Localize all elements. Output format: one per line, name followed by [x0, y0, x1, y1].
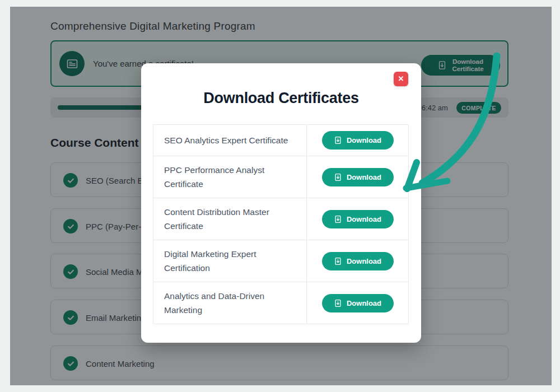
download-document-icon — [334, 257, 342, 265]
download-button-label: Download — [347, 299, 381, 307]
certificates-table: SEO Analytics Expert Certificate Downloa… — [153, 124, 409, 324]
download-button-label: Download — [347, 136, 381, 144]
certificate-row: Analytics and Data-Driven Marketing Down… — [153, 282, 408, 324]
download-button[interactable]: Download — [322, 131, 394, 150]
download-button-label: Download — [347, 215, 381, 223]
download-button-label: Download — [347, 173, 381, 181]
certificate-row: SEO Analytics Expert Certificate Downloa… — [153, 125, 408, 156]
close-icon[interactable]: ✕ — [394, 72, 408, 86]
certificate-row: Content Distribution Master Certificate … — [153, 198, 408, 240]
certificate-row: PPC Performance Analyst Certificate Down… — [153, 156, 408, 198]
download-button-label: Download — [347, 257, 381, 265]
download-document-icon — [334, 299, 342, 307]
certificate-name: PPC Performance Analyst Certificate — [153, 156, 307, 198]
download-certificates-modal: ✕ Download Certificates SEO Analytics Ex… — [141, 63, 421, 343]
download-button[interactable]: Download — [322, 252, 394, 270]
certificate-name: SEO Analytics Expert Certificate — [153, 125, 307, 156]
modal-title: Download Certificates — [141, 90, 421, 107]
download-document-icon — [334, 215, 342, 223]
download-document-icon — [334, 136, 342, 144]
certificate-name: Digital Marketing Expert Certification — [153, 240, 307, 282]
download-button[interactable]: Download — [322, 168, 394, 186]
screen: Comprehensive Digital Marketing Program … — [0, 0, 560, 392]
certificate-name: Content Distribution Master Certificate — [153, 198, 307, 240]
download-button[interactable]: Download — [322, 294, 394, 312]
download-button[interactable]: Download — [322, 210, 394, 228]
certificate-name: Analytics and Data-Driven Marketing — [153, 282, 307, 324]
certificate-row: Digital Marketing Expert Certification D… — [153, 240, 408, 282]
download-document-icon — [334, 173, 342, 181]
